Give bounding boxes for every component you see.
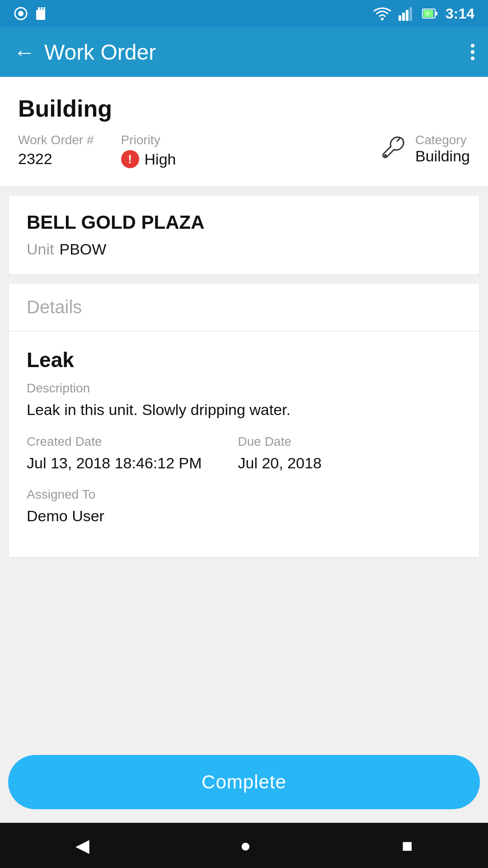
created-date-block: Created Date Jul 13, 2018 18:46:12 PM: [27, 434, 202, 474]
details-title: Details: [27, 297, 82, 317]
battery-icon: [422, 6, 438, 21]
svg-point-1: [18, 11, 23, 16]
svg-rect-9: [406, 10, 408, 21]
svg-rect-5: [43, 7, 45, 11]
priority-value: High: [145, 151, 176, 168]
unit-label: Unit: [27, 241, 54, 258]
status-bar-right-icons: 3:14: [373, 5, 474, 22]
category-text: Category Building: [415, 133, 470, 165]
details-header: Details: [9, 283, 479, 331]
building-title: Building: [18, 95, 470, 122]
svg-rect-3: [38, 7, 40, 11]
complete-section: Complete: [0, 741, 488, 823]
app-bar-left: ← Work Order: [14, 40, 156, 65]
issue-title: Leak: [27, 348, 461, 372]
category-block: Category Building: [380, 133, 470, 165]
unit-row: Unit PBOW: [27, 241, 461, 258]
property-card: BELL GOLD PLAZA Unit PBOW: [8, 195, 480, 275]
nav-back-button[interactable]: ◀: [75, 835, 89, 856]
property-name: BELL GOLD PLAZA: [27, 212, 461, 233]
signal-icon: [399, 6, 415, 21]
category-label: Category: [415, 133, 470, 147]
svg-rect-12: [435, 12, 437, 15]
more-dot-1: [471, 44, 474, 47]
status-time: 3:14: [446, 5, 474, 22]
created-date-label: Created Date: [27, 434, 202, 449]
svg-rect-4: [41, 7, 42, 11]
svg-rect-8: [402, 13, 405, 21]
work-order-meta: Work Order # 2322 Priority ! High: [18, 133, 470, 168]
work-order-number: 2322: [18, 150, 94, 168]
category-value: Building: [415, 147, 470, 165]
work-order-number-block: Work Order # 2322: [18, 133, 94, 168]
wifi-icon: [373, 6, 391, 21]
sd-card-icon: [34, 6, 47, 21]
complete-button[interactable]: Complete: [8, 755, 480, 809]
description-value: Leak in this unit. Slowly dripping water…: [27, 399, 461, 421]
details-card: Details Leak Description Leak in this un…: [8, 283, 480, 557]
description-label: Description: [27, 381, 461, 396]
due-date-label: Due Date: [238, 434, 322, 449]
due-date-value: Jul 20, 2018: [238, 453, 322, 474]
priority-exclamation: !: [128, 152, 132, 166]
priority-block: Priority ! High: [121, 133, 176, 168]
svg-point-6: [381, 18, 384, 20]
svg-rect-2: [36, 10, 45, 20]
dates-row: Created Date Jul 13, 2018 18:46:12 PM Du…: [27, 434, 461, 474]
wrench-icon: [380, 135, 407, 164]
svg-point-14: [384, 154, 387, 157]
more-dot-2: [471, 50, 474, 54]
nav-recents-button[interactable]: ■: [402, 835, 413, 856]
work-order-label: Work Order #: [18, 133, 94, 147]
nav-home-button[interactable]: ●: [240, 835, 251, 856]
priority-value-row: ! High: [121, 150, 176, 168]
more-dot-3: [471, 57, 474, 60]
created-date-value: Jul 13, 2018 18:46:12 PM: [27, 453, 202, 474]
svg-rect-10: [409, 7, 412, 21]
svg-rect-7: [399, 15, 401, 21]
assigned-to-value: Demo User: [27, 505, 461, 527]
priority-high-icon: !: [121, 150, 139, 168]
details-body: Leak Description Leak in this unit. Slow…: [9, 331, 479, 557]
status-bar: 3:14: [0, 0, 488, 27]
circle-icon: [14, 6, 28, 21]
unit-value: PBOW: [59, 241, 106, 258]
priority-label: Priority: [121, 133, 176, 147]
header-card: Building Work Order # 2322 Priority ! Hi…: [0, 77, 488, 187]
nav-bar: ◀ ● ■: [0, 823, 488, 868]
due-date-block: Due Date Jul 20, 2018: [238, 434, 322, 474]
more-menu-button[interactable]: [471, 44, 474, 60]
status-bar-left-icons: [14, 6, 47, 21]
app-bar-title: Work Order: [44, 40, 156, 65]
back-button[interactable]: ←: [14, 40, 35, 65]
app-bar: ← Work Order: [0, 27, 488, 77]
assigned-to-label: Assigned To: [27, 487, 461, 502]
